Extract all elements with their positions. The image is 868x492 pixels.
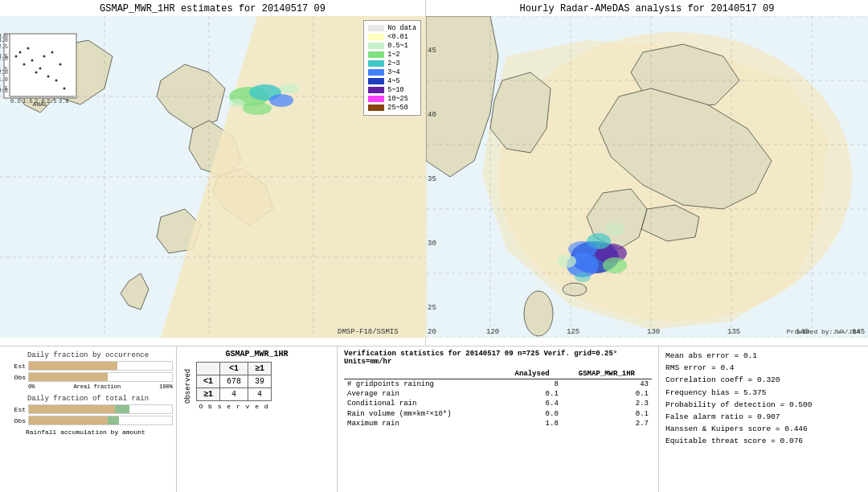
obs-occurrence-bar-row: Obs	[3, 372, 173, 382]
left-map-title: GSMAP_MWR_1HR estimates for 20140517 09	[0, 0, 425, 16]
avg-rain-analysed: 0.1	[502, 389, 561, 399]
right-map-panel: Hourly Radar-AMeDAS analysis for 2014051…	[426, 0, 868, 346]
svg-point-25	[23, 64, 26, 66]
svg-text:DMSP-F18/SSMIS: DMSP-F18/SSMIS	[338, 328, 399, 336]
svg-text:2.5: 2.5	[47, 98, 57, 105]
est-label-2: Est	[3, 406, 26, 413]
legend-05-1-label: 0.5~1	[387, 42, 408, 50]
main-container: GSMAP_MWR_1HR estimates for 20140517 09	[0, 0, 868, 492]
rain-vol-analysed: 0.0	[502, 408, 561, 419]
svg-text:0.5: 0.5	[0, 88, 8, 94]
prob-detection: Probability of detection = 0.500	[665, 399, 862, 411]
svg-point-12	[243, 102, 272, 115]
contingency-row-ge1: ≥1	[197, 388, 220, 401]
avg-rain-gsmap: 0.1	[562, 389, 652, 399]
svg-point-14	[229, 99, 245, 107]
svg-point-11	[269, 94, 293, 107]
legend-25-50-label: 25~50	[387, 104, 408, 112]
svg-text:30: 30	[428, 240, 436, 248]
svg-point-34	[59, 64, 62, 66]
contingency-col-lt1: <1	[220, 363, 248, 375]
max-rain-analysed: 1.8	[502, 419, 561, 428]
bottom-left-charts: Daily fraction by occurrence Est Obs 0% …	[0, 346, 177, 492]
legend-2-3: 2~3	[368, 59, 416, 68]
svg-text:1.5: 1.5	[23, 98, 33, 105]
left-map-svg: DMSP-F18/SSMIS	[0, 16, 426, 338]
gridpoints-label: # gridpoints raining	[344, 379, 502, 389]
svg-point-69	[568, 241, 597, 257]
areal-fraction-label: Areal fraction	[73, 383, 121, 390]
legend-no-data-label: No data	[387, 24, 416, 32]
col-blank	[344, 369, 502, 379]
svg-point-31	[47, 76, 50, 78]
svg-point-28	[35, 72, 38, 74]
stats-row-cond-rain: Conditional rain 6.4 2.3	[344, 399, 652, 408]
svg-text:20: 20	[428, 328, 436, 336]
right-map-title: Hourly Radar-AMeDAS analysis for 2014051…	[426, 0, 868, 16]
svg-point-63	[524, 291, 553, 336]
est-rain-bar-fill-tan	[29, 405, 115, 413]
est-rain-bar-fill-green	[115, 405, 129, 413]
hanssen-kuipers: Hanssen & Kuipers score = 0.446	[665, 423, 862, 435]
svg-text:45: 45	[428, 47, 436, 55]
occurrence-axis-end: 100%	[159, 383, 173, 390]
false-alarm-ratio: False alarm ratio = 0.907	[665, 411, 862, 423]
obs-rain-bar-fill-green	[108, 416, 119, 424]
legend-no-data: No data	[368, 24, 416, 32]
avg-rain-label: Average rain	[344, 389, 502, 399]
max-rain-gsmap: 2.7	[562, 419, 652, 428]
legend-1-2: 1~2	[368, 51, 416, 59]
rms-error: RMS error = 0.4	[665, 362, 862, 374]
left-map-panel: GSMAP_MWR_1HR estimates for 20140517 09	[0, 0, 426, 346]
stats-row-avg-rain: Average rain 0.1 0.1	[344, 389, 652, 399]
legend-3-4-label: 3~4	[387, 68, 399, 76]
legend-1-2-label: 1~2	[387, 51, 399, 59]
contingency-row-lt1: <1	[197, 375, 220, 388]
svg-text:125: 125	[567, 328, 579, 336]
legend-4-5-label: 4~5	[387, 77, 399, 85]
obs-rain-bar-row: Obs	[3, 416, 173, 425]
max-rain-label: Maximum rain	[344, 419, 502, 428]
rain-vol-gsmap: 0.1	[562, 408, 652, 419]
correlation-coeff: Correlation coeff = 0.320	[665, 374, 862, 386]
svg-point-13	[280, 84, 299, 93]
verification-table: Analysed GSMAP_MWR_1HR # gridpoints rain…	[344, 369, 652, 428]
occurrence-axis-start: 0%	[28, 383, 35, 390]
svg-point-71	[557, 255, 576, 268]
svg-point-32	[51, 51, 54, 54]
legend-2-3-label: 2~3	[387, 59, 399, 68]
contingency-title: GSMAP_MWR_1HR	[180, 350, 334, 359]
rainfall-label: Rainfall accumulation by amount	[3, 428, 173, 436]
col-analysed-header: Analysed	[502, 369, 561, 379]
svg-text:2.0: 2.0	[0, 55, 8, 62]
contingency-val-ge1-lt1: 4	[220, 388, 248, 401]
stats-row-gridpoints: # gridpoints raining 8 43	[344, 379, 652, 389]
contingency-val-lt1-ge1: 39	[248, 375, 272, 388]
freq-bias: Frequency bias = 5.375	[665, 387, 862, 399]
obs-vertical-label: O b s e r v e d	[196, 403, 272, 410]
est-rain-bar-container	[28, 404, 173, 414]
cond-rain-gsmap: 2.3	[562, 399, 652, 408]
est-occurrence-bar-container	[28, 361, 173, 371]
svg-text:130: 130	[647, 328, 660, 336]
est-occurrence-bar-fill	[29, 362, 117, 370]
legend-10-25-label: 10~25	[387, 95, 408, 103]
mean-abs-error: Mean abs error = 0.1	[665, 350, 862, 362]
contingency-col-ge1: ≥1	[248, 363, 272, 375]
obs-rain-bar-container	[28, 416, 173, 425]
legend-10-25: 10~25	[368, 95, 416, 103]
svg-text:Provided by:JWA/JMA: Provided by:JWA/JMA	[787, 328, 860, 335]
svg-text:35: 35	[428, 175, 436, 183]
equitable-threat: Equitable threat score = 0.076	[665, 435, 862, 447]
legend-05-1: 0.5~1	[368, 42, 416, 50]
cond-rain-analysed: 6.4	[502, 399, 561, 408]
obs-label-1: Obs	[3, 374, 26, 381]
svg-text:120: 120	[486, 328, 499, 336]
svg-text:1.0: 1.0	[0, 76, 8, 83]
bottom-verification: Verification statistics for 20140517 09 …	[338, 346, 659, 492]
svg-text:40: 40	[428, 111, 436, 119]
svg-point-23	[15, 55, 18, 58]
svg-point-30	[43, 55, 46, 58]
occurrence-axis: 0% Areal fraction 100%	[3, 383, 173, 390]
svg-text:2.5: 2.5	[0, 43, 8, 50]
